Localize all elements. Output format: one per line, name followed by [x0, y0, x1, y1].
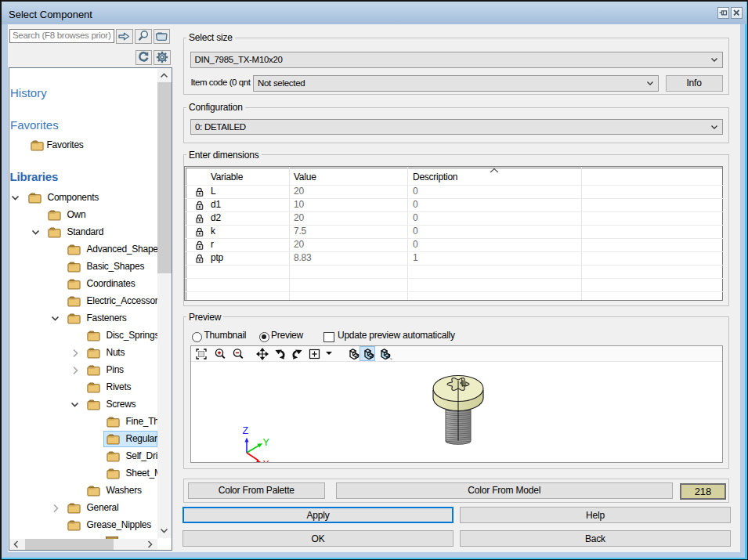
- svg-text:Z: Z: [242, 425, 248, 436]
- svg-text:Y: Y: [262, 437, 269, 448]
- svg-text:X: X: [262, 459, 269, 463]
